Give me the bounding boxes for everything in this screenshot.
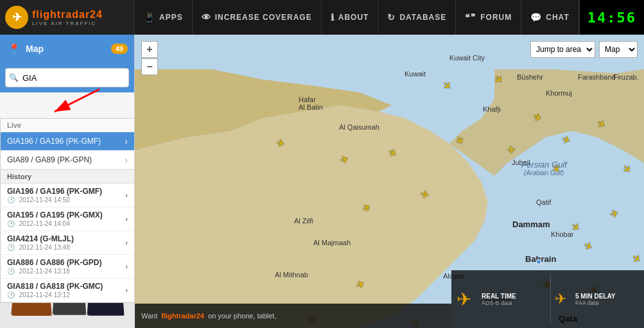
nav-chat[interactable]: 💬 CHAT bbox=[521, 0, 579, 35]
chat-icon: 💬 bbox=[530, 12, 542, 22]
delay-plane-icon: ✈ bbox=[555, 291, 566, 307]
hist-item-2[interactable]: GIA4214 (G-MLJL) 🕐 2012-11-24 13:48 › bbox=[1, 231, 134, 255]
bottom-banner: ✈ REAL TIME ADS-B data ✈ 5 MIN DELAY FAA… bbox=[451, 270, 644, 328]
apps-icon: 📱 bbox=[144, 12, 155, 22]
hist-item-0[interactable]: GIA196 / GA196 (PK-GMF) 🕐 2012-11-24 14:… bbox=[1, 184, 134, 207]
live-flight-item-0[interactable]: GIA196 / GA196 (PK-GMF) › bbox=[1, 132, 134, 151]
forum-icon: ❝❞ bbox=[465, 12, 476, 22]
bahrain-dot bbox=[536, 259, 541, 264]
chevron-hist-0: › bbox=[125, 191, 128, 199]
coverage-icon: 👁 bbox=[202, 12, 211, 22]
nav-chat-label: CHAT bbox=[546, 13, 569, 22]
logo-area: ✈ flightradar24 LIVE AIR TRAFFIC bbox=[0, 0, 135, 35]
logo-name: flightradar24 bbox=[32, 9, 103, 21]
logo-text-area: flightradar24 LIVE AIR TRAFFIC bbox=[32, 9, 103, 26]
hist-flight-time-1: 🕐 2012-11-24 14:04 bbox=[7, 220, 103, 227]
hist-flight-name-4: GIA818 / GA818 (PK-GMC) bbox=[7, 282, 103, 291]
svg-line-1 bbox=[55, 89, 100, 112]
promo-want: Want bbox=[141, 312, 157, 320]
hist-flight-name-1: GIA195 / GA195 (PK-GMX) bbox=[7, 211, 103, 220]
chevron-hist-4: › bbox=[125, 286, 128, 294]
database-icon: ↻ bbox=[387, 12, 396, 22]
chevron-right-icon-1: › bbox=[125, 155, 128, 165]
clock-display: 14:56 bbox=[579, 0, 644, 35]
hist-flight-time-2: 🕐 2012-11-24 13:48 bbox=[7, 244, 74, 251]
history-section-label: History bbox=[1, 169, 134, 184]
nav-apps[interactable]: 📱 APPS bbox=[135, 0, 193, 35]
map-tab-label: Map bbox=[26, 44, 44, 54]
clock-icon-0: 🕐 bbox=[7, 196, 15, 203]
jump-to-area-select[interactable]: Jump to area bbox=[530, 41, 595, 58]
delay-plane-icon-area: ✈ bbox=[551, 270, 570, 328]
nav-forum[interactable]: ❝❞ FORUM bbox=[456, 0, 521, 35]
hist-flight-name-2: GIA4214 (G-MLJL) bbox=[7, 234, 74, 243]
hist-flight-name-3: GIA886 / GA886 (PK-GPD) bbox=[7, 258, 101, 267]
delay-data-section: 5 MIN DELAY FAA data bbox=[570, 270, 644, 328]
zoom-out-button[interactable]: − bbox=[141, 58, 158, 75]
clock-icon-4: 🕐 bbox=[7, 291, 15, 298]
hist-item-4[interactable]: GIA818 / GA818 (PK-GMC) 🕐 2012-11-24 13:… bbox=[1, 279, 134, 302]
live-section-label: Live bbox=[1, 119, 134, 132]
nav-apps-label: APPS bbox=[159, 13, 183, 22]
search-area: GIA bbox=[0, 63, 134, 92]
logo-icon: ✈ bbox=[5, 6, 28, 29]
live-flight-name-1: GIA89 / GA89 (PK-GPN) bbox=[7, 155, 92, 164]
nav-database[interactable]: ↻ DATABASE bbox=[378, 0, 456, 35]
logo-sub: LIVE AIR TRAFFIC bbox=[32, 21, 103, 26]
chevron-hist-3: › bbox=[125, 263, 128, 270]
search-input[interactable]: GIA bbox=[5, 68, 129, 87]
adsb-label: ADS-B data bbox=[482, 300, 545, 306]
fr24-brand: flightradar24 bbox=[161, 312, 204, 320]
clock-icon-2: 🕐 bbox=[7, 244, 15, 251]
hist-flight-time-4: 🕐 2012-11-24 13:12 bbox=[7, 291, 103, 298]
nav-about[interactable]: ℹ ABOUT bbox=[322, 0, 379, 35]
nav-coverage-label: INCREASE COVERAGE bbox=[215, 13, 312, 22]
hist-item-1[interactable]: GIA195 / GA195 (PK-GMX) 🕐 2012-11-24 14:… bbox=[1, 207, 134, 231]
realtime-label: REAL TIME bbox=[482, 293, 545, 300]
nav-database-label: DATABASE bbox=[399, 13, 446, 22]
faa-label: FAA data bbox=[575, 300, 639, 306]
map-tab[interactable]: 📍 Map 49 bbox=[0, 35, 134, 63]
nav-forum-label: FORUM bbox=[480, 13, 512, 22]
clock-icon-1: 🕐 bbox=[7, 220, 15, 227]
chevron-right-icon-0: › bbox=[125, 136, 128, 146]
map-toolbar: Jump to area Map bbox=[530, 41, 638, 58]
header: ✈ flightradar24 LIVE AIR TRAFFIC 📱 APPS … bbox=[0, 0, 644, 35]
mobile-promo-bar: Want flightradar24 on your phone, tablet… bbox=[135, 304, 451, 328]
zoom-in-button[interactable]: + bbox=[141, 41, 158, 58]
clock-icon-3: 🕐 bbox=[7, 268, 15, 275]
search-wrapper: GIA bbox=[5, 68, 129, 87]
search-dropdown: Live GIA196 / GA196 (PK-GMF) › GIA89 / G… bbox=[0, 118, 135, 303]
hist-item-3[interactable]: GIA886 / GA886 (PK-GPD) 🕐 2012-11-24 13:… bbox=[1, 255, 134, 279]
sidebar: 📍 Map 49 GIA Live GIA196 / GA196 (PK-GMF… bbox=[0, 35, 135, 328]
hist-flight-time-0: 🕐 2012-11-24 14:50 bbox=[7, 196, 102, 203]
live-flight-item-1[interactable]: GIA89 / GA89 (PK-GPN) › bbox=[1, 151, 134, 169]
chevron-hist-1: › bbox=[125, 215, 128, 223]
about-icon: ℹ bbox=[331, 12, 335, 22]
nav-coverage[interactable]: 👁 INCREASE COVERAGE bbox=[193, 0, 322, 35]
chevron-hist-2: › bbox=[125, 239, 128, 246]
view-type-select[interactable]: Map bbox=[599, 41, 638, 58]
flight-count-badge: 49 bbox=[111, 44, 128, 54]
live-flight-name-0: GIA196 / GA196 (PK-GMF) bbox=[7, 137, 101, 146]
realtime-data-section: REAL TIME ADS-B data bbox=[476, 270, 550, 328]
hist-flight-time-3: 🕐 2012-11-24 13:18 bbox=[7, 268, 101, 275]
promo-suffix: on your phone, tablet, bbox=[208, 312, 276, 320]
delay-label: 5 MIN DELAY bbox=[575, 293, 639, 300]
zoom-controls: + − bbox=[141, 41, 158, 75]
nav-about-label: ABOUT bbox=[338, 13, 369, 22]
hist-flight-name-0: GIA196 / GA196 (PK-GMF) bbox=[7, 187, 102, 196]
map-pin-icon: 📍 bbox=[8, 43, 21, 55]
map-area: Kuwait City Kuwait HafarAl Batin Al Qais… bbox=[135, 35, 644, 328]
banner-plane-icon: ✈ bbox=[451, 270, 476, 328]
nav-items: 📱 APPS 👁 INCREASE COVERAGE ℹ ABOUT ↻ DAT… bbox=[135, 0, 579, 35]
